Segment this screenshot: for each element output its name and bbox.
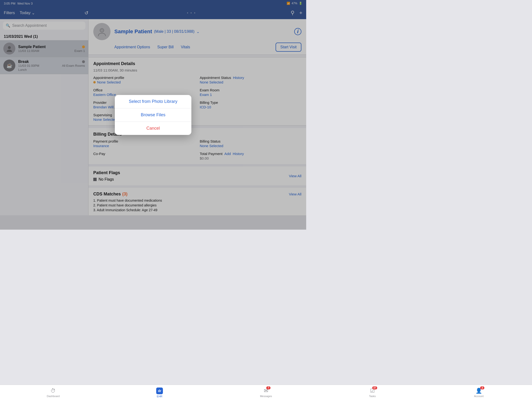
action-sheet: Select from Photo Library Browse Files C… [115,95,191,135]
modal-overlay[interactable]: Select from Photo Library Browse Files C… [0,0,306,230]
browse-files-button[interactable]: Browse Files [115,108,191,122]
select-photo-library-button[interactable]: Select from Photo Library [115,95,191,108]
cancel-button[interactable]: Cancel [115,122,191,135]
